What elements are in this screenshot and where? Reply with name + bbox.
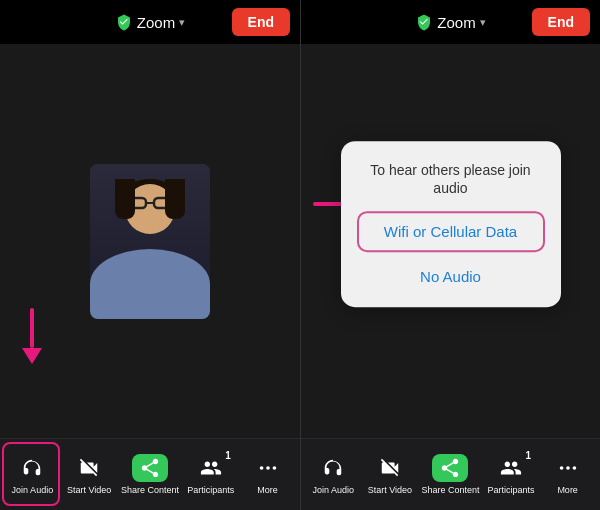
headphone-icon [18,454,46,482]
top-bar-right: Zoom ▾ End [301,0,600,44]
bottom-toolbar-right: Join Audio Start Video Share Content [301,438,600,510]
no-audio-button[interactable]: No Audio [357,263,545,292]
participant-video [90,164,210,319]
zoom-brand-left[interactable]: Zoom ▾ [115,13,185,31]
toolbar-start-video-right[interactable]: Start Video [365,454,415,495]
toolbar-participants-left[interactable]: 1 Participants [186,454,236,495]
dots-icon-right [554,454,582,482]
participants-icon: 1 [197,454,225,482]
more-label-left: More [257,485,278,495]
share-icon-right [432,454,468,482]
wifi-cellular-button[interactable]: Wifi or Cellular Data [357,212,545,253]
video-slash-icon [75,454,103,482]
share-icon [132,454,168,482]
participants-label: Participants [187,485,234,495]
toolbar-join-audio-right[interactable]: Join Audio [308,454,358,495]
svg-point-4 [266,466,270,470]
toolbar-participants-right[interactable]: 1 Participants [486,454,536,495]
toolbar-more-left[interactable]: More [243,454,293,495]
chevron-down-icon: ▾ [179,16,185,29]
join-audio-label-right: Join Audio [313,485,355,495]
toolbar-share-content-left[interactable]: Share Content [121,454,179,495]
join-audio-label: Join Audio [12,485,54,495]
participants-count-left: 1 [225,450,231,461]
right-screen: Zoom ▾ End To hear others please join au… [300,0,600,510]
audio-dialog: To hear others please join audio Wifi or… [341,141,561,307]
shield-icon [115,13,133,31]
svg-point-8 [572,466,576,470]
left-screen: Zoom ▾ End [0,0,300,510]
zoom-label: Zoom [137,14,175,31]
video-area-right: To hear others please join audio Wifi or… [301,44,600,438]
end-button-left[interactable]: End [232,8,290,36]
toolbar-more-right[interactable]: More [543,454,593,495]
chevron-icon-right: ▾ [480,16,486,29]
start-video-label-right: Start Video [368,485,412,495]
body [90,249,210,319]
avatar-left [90,164,210,319]
start-video-label: Start Video [67,485,111,495]
shield-icon-right [415,13,433,31]
toolbar-start-video-left[interactable]: Start Video [64,454,114,495]
svg-point-7 [566,466,570,470]
headphone-icon-right [319,454,347,482]
video-area-left [0,44,300,438]
toolbar-join-audio-left[interactable]: Join Audio [7,454,57,495]
toolbar-share-content-right[interactable]: Share Content [421,454,479,495]
participants-icon-right: 1 [497,454,525,482]
bottom-toolbar-left: Join Audio Start Video Share Content [0,438,300,510]
zoom-label-right: Zoom [437,14,475,31]
zoom-brand-right[interactable]: Zoom ▾ [415,13,485,31]
svg-point-5 [272,466,276,470]
participants-count-right: 1 [526,450,532,461]
more-label-right: More [557,485,578,495]
share-content-label: Share Content [121,485,179,495]
dialog-title: To hear others please join audio [357,161,545,197]
participants-label-right: Participants [488,485,535,495]
share-content-label-right: Share Content [421,485,479,495]
end-button-right[interactable]: End [532,8,590,36]
dots-icon [254,454,282,482]
down-arrow [22,308,42,364]
svg-point-6 [559,466,563,470]
svg-point-3 [259,466,263,470]
video-slash-icon-right [376,454,404,482]
top-bar-left: Zoom ▾ End [0,0,300,44]
